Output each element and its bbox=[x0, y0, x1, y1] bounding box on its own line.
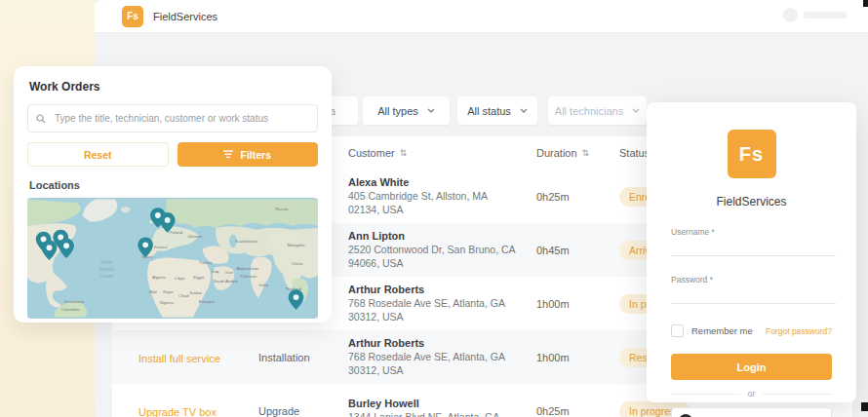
search-input[interactable] bbox=[53, 112, 309, 125]
customer-name: Arthur Roberts bbox=[348, 284, 536, 295]
customer-address-line1: 2520 Cottonwood Dr, San Bruno, CA bbox=[348, 244, 536, 257]
work-order-type: Upgrade bbox=[258, 405, 348, 417]
username-label: Username * bbox=[671, 227, 832, 237]
map-country-label: Algeria bbox=[152, 275, 166, 280]
map-country-label: Chad bbox=[178, 293, 189, 298]
map-country-label: India bbox=[259, 283, 269, 287]
customer-name: Burley Howell bbox=[348, 398, 536, 409]
filters-button-label: Filters bbox=[240, 149, 271, 161]
duration-value: 1h00m bbox=[536, 298, 619, 310]
customer-address-line1: 1344 Lanier Blvd NE, Atlanta, GA bbox=[348, 411, 536, 417]
map-country-label: Mongolia bbox=[288, 243, 305, 247]
work-order-title-link[interactable]: Install full service bbox=[138, 353, 220, 364]
customer-name: Ann Lipton bbox=[348, 230, 536, 242]
chevron-down-icon bbox=[632, 108, 640, 113]
screenshot-artifact bbox=[861, 402, 868, 411]
sort-icon[interactable]: ⇅ bbox=[582, 148, 590, 158]
status-dropdown[interactable]: All status bbox=[457, 96, 537, 125]
types-dropdown[interactable]: All types bbox=[363, 96, 450, 125]
work-orders-search[interactable] bbox=[27, 104, 318, 133]
map-country-label: Sudan bbox=[190, 290, 203, 295]
map-country-label: Venezuela bbox=[64, 299, 85, 304]
customer-address-line2: 30312, USA bbox=[348, 311, 536, 324]
map-country-label: Poland bbox=[170, 230, 183, 235]
ocean-label: Atlantic bbox=[99, 267, 115, 272]
map-country-label: Turkey bbox=[199, 260, 213, 265]
map-country-label: Iraq bbox=[212, 269, 219, 274]
map-country-label: Kazakhstan bbox=[235, 239, 257, 244]
map-country-label: France bbox=[154, 245, 168, 249]
technicians-dropdown[interactable]: All technicians bbox=[548, 96, 647, 125]
ocean-label: Ocean bbox=[99, 274, 114, 279]
map-country-label: Pakistan bbox=[240, 274, 256, 279]
screenshot-artifact bbox=[863, 0, 868, 7]
login-logo: Fs bbox=[728, 130, 776, 178]
map-country-label: Ethiopia bbox=[199, 299, 215, 304]
remember-me-checkbox[interactable] bbox=[671, 324, 684, 337]
topbar: Fs FieldServices bbox=[95, 0, 868, 33]
customer-address-line1: 405 Cambridge St, Allston, MA bbox=[348, 190, 536, 204]
divider bbox=[671, 394, 740, 395]
username-field[interactable] bbox=[671, 239, 836, 256]
column-header-customer[interactable]: Customer ⇅ bbox=[348, 147, 536, 159]
chevron-down-icon bbox=[427, 108, 435, 113]
login-button[interactable]: Login bbox=[671, 354, 832, 380]
duration-value: 0h25m bbox=[536, 405, 619, 417]
map-country-label: Afghanistan bbox=[236, 266, 259, 271]
login-brand: FieldServices bbox=[671, 195, 832, 208]
duration-value: 0h45m bbox=[536, 245, 619, 256]
app-screen: Fs FieldServices sta All types All statu… bbox=[0, 0, 868, 417]
avatar bbox=[783, 8, 798, 22]
map-country-label: Ukraine bbox=[187, 234, 203, 239]
locations-label: Locations bbox=[29, 179, 318, 191]
user-name-ghost bbox=[804, 12, 847, 19]
customer-name: Alexa White bbox=[348, 176, 536, 188]
forgot-password-link[interactable]: Forgot password? bbox=[766, 326, 832, 336]
types-dropdown-label: All types bbox=[377, 105, 418, 117]
map-country-label: Saudi Arabia bbox=[214, 279, 238, 284]
map-country-label: Libya bbox=[175, 276, 185, 281]
customer-address-line1: 768 Rosedale Ave SE, Atlanta, GA bbox=[348, 297, 536, 311]
map-country-label: Niger bbox=[163, 289, 174, 294]
map-country-label: Iran bbox=[225, 270, 233, 275]
status-dropdown-label: All status bbox=[467, 105, 511, 117]
user-avatar-icon bbox=[679, 414, 692, 417]
customer-header-label: Customer bbox=[348, 147, 395, 159]
map-country-label: Nigeria bbox=[160, 300, 174, 305]
filters-button[interactable]: Filters bbox=[178, 142, 319, 167]
work-order-type: Installation bbox=[258, 352, 348, 363]
continue-as-button[interactable]: Continue as Andrea McKenzie bbox=[671, 407, 832, 417]
remember-me-label: Remember me bbox=[691, 325, 753, 336]
map-country-label: Colombia bbox=[61, 307, 80, 312]
map-country-label: Mali bbox=[149, 289, 157, 294]
duration-value: 0h25m bbox=[536, 191, 619, 203]
sort-icon[interactable]: ⇅ bbox=[400, 148, 408, 158]
app-logo: Fs bbox=[122, 6, 143, 27]
ocean-label: North bbox=[100, 260, 112, 265]
chevron-down-icon bbox=[520, 108, 528, 113]
panel-title: Work Orders bbox=[29, 80, 318, 94]
duration-value: 1h00m bbox=[536, 352, 619, 363]
password-field[interactable] bbox=[671, 286, 836, 304]
work-orders-panel: Work Orders Reset Filters Locations bbox=[14, 66, 332, 322]
customer-address-line1: 768 Rosedale Ave SE, Atlanta, GA bbox=[348, 351, 536, 364]
reset-button[interactable]: Reset bbox=[27, 142, 169, 167]
status-header-label: Status bbox=[619, 147, 650, 159]
technicians-dropdown-label: All technicians bbox=[555, 105, 623, 117]
duration-header-label: Duration bbox=[536, 147, 577, 159]
app-title: FieldServices bbox=[153, 11, 217, 22]
search-icon bbox=[36, 110, 46, 128]
divider-label: or bbox=[748, 389, 756, 398]
map-country-label: China bbox=[292, 261, 303, 266]
locations-map[interactable]: NorthAtlanticOceanRussiaKazakhstanMongol… bbox=[27, 198, 318, 319]
customer-address-line2: 30312, USA bbox=[348, 364, 536, 378]
password-label: Password * bbox=[671, 275, 832, 284]
map-country-label: Russia bbox=[275, 207, 289, 211]
user-menu-ghost[interactable] bbox=[783, 8, 847, 22]
column-header-duration[interactable]: Duration ⇅ bbox=[536, 147, 619, 159]
customer-name: Arthur Roberts bbox=[348, 337, 536, 349]
divider bbox=[763, 394, 832, 395]
filter-icon bbox=[223, 149, 233, 161]
customer-address-line2: 94066, USA bbox=[348, 257, 536, 271]
work-order-title-link[interactable]: Upgrade TV box bbox=[138, 406, 217, 417]
